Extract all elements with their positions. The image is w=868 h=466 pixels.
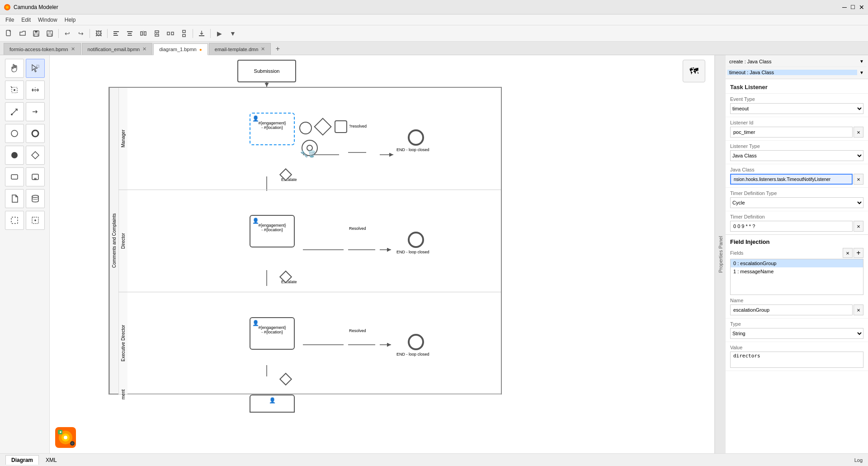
menu-file[interactable]: File bbox=[2, 16, 18, 24]
deploy-btn[interactable] bbox=[195, 27, 208, 40]
play-dropdown-btn[interactable]: ▼ bbox=[226, 27, 239, 40]
svg-rect-40 bbox=[11, 217, 18, 223]
add-tab-btn[interactable]: + bbox=[272, 43, 283, 55]
fields-header-row: Fields × + bbox=[726, 247, 868, 259]
fields-list[interactable]: 0 : escalationGroup 1 : messageName bbox=[730, 259, 863, 295]
tab-formio-close[interactable]: ✕ bbox=[71, 46, 75, 52]
close-btn[interactable]: ✕ bbox=[859, 4, 864, 11]
manager-gateway-2[interactable] bbox=[314, 118, 332, 136]
connect-tool[interactable] bbox=[26, 102, 45, 121]
header-dropdown-1[interactable]: ▼ bbox=[857, 57, 866, 66]
listener-type-select[interactable]: Java Class Expression Delegate Expressio… bbox=[730, 150, 863, 161]
tool-row-1 bbox=[5, 59, 45, 78]
field-value-input-row: directors bbox=[730, 352, 863, 368]
bottom-partial-task[interactable]: 👤 bbox=[250, 395, 295, 413]
hand-tool[interactable] bbox=[5, 59, 24, 78]
minimize-btn[interactable]: ─ bbox=[842, 4, 847, 11]
executive-task[interactable]: 👤 #{engagement}- #{location} bbox=[250, 317, 295, 350]
director-end-event[interactable] bbox=[408, 232, 424, 248]
manager-gateway-1[interactable] bbox=[299, 122, 312, 134]
tab-notification-close[interactable]: ✕ bbox=[142, 46, 146, 52]
director-resolved-label: Resolved bbox=[349, 226, 366, 231]
save-as-btn[interactable] bbox=[43, 27, 56, 40]
window-controls[interactable]: ─ ☐ ✕ bbox=[842, 4, 864, 11]
manager-task[interactable]: 👤 #{engagement}- #{location} bbox=[250, 113, 295, 145]
align-left-btn[interactable] bbox=[110, 27, 123, 40]
distribute-h-btn[interactable] bbox=[137, 27, 150, 40]
field-type-select[interactable]: String Expression bbox=[730, 328, 863, 339]
space-tool[interactable] bbox=[26, 81, 45, 100]
filled-circle-tool[interactable] bbox=[5, 146, 24, 165]
compress-h-btn[interactable] bbox=[164, 27, 177, 40]
sub-process-tool[interactable] bbox=[26, 167, 45, 186]
event-type-select[interactable]: timeout create assignment complete delet… bbox=[730, 103, 863, 114]
align-center-btn[interactable] bbox=[123, 27, 136, 40]
thick-circle-tool[interactable] bbox=[26, 124, 45, 143]
director-task[interactable]: 👤 #{engagement}- #{location} bbox=[250, 215, 295, 247]
field-name-clear[interactable]: × bbox=[854, 304, 863, 315]
tab-email-close[interactable]: ✕ bbox=[261, 46, 265, 52]
distribute-v-btn[interactable] bbox=[151, 27, 163, 40]
timer-def-type-select[interactable]: Cycle Date Duration bbox=[730, 197, 863, 208]
lasso-tool[interactable] bbox=[5, 81, 24, 100]
open-file-btn[interactable] bbox=[16, 27, 29, 40]
java-class-input[interactable] bbox=[730, 174, 853, 185]
listener-id-input[interactable] bbox=[730, 127, 853, 138]
java-class-clear[interactable]: × bbox=[854, 174, 863, 185]
tab-bar: formio-access-token.bpmn ✕ notification_… bbox=[0, 42, 868, 55]
menu-help[interactable]: Help bbox=[61, 16, 80, 24]
global-connect-tool[interactable] bbox=[5, 102, 24, 121]
lane-executive-content[interactable]: 👤 #{engagement}- #{location} Resolved EN… bbox=[127, 292, 501, 394]
data-store-tool[interactable] bbox=[26, 189, 45, 208]
menu-edit[interactable]: Edit bbox=[18, 16, 34, 24]
right-panel: Properties Panel create : Java Class ▼ t… bbox=[714, 55, 868, 453]
lane-executive: Executive Director 👤 #{engagement}- #{lo… bbox=[118, 292, 501, 395]
field-name-input[interactable] bbox=[730, 304, 853, 315]
tab-diagram[interactable]: diagram_1.bpmn ● bbox=[153, 43, 208, 55]
listener-id-clear[interactable]: × bbox=[854, 127, 863, 138]
executive-end-event[interactable] bbox=[408, 334, 424, 350]
svg-rect-13 bbox=[127, 31, 132, 32]
play-btn[interactable]: ▶ bbox=[213, 27, 226, 40]
timer-definition-input[interactable] bbox=[730, 221, 853, 232]
compress-v-btn[interactable] bbox=[178, 27, 190, 40]
xml-tab[interactable]: XML bbox=[40, 455, 63, 465]
executive-bottom-gateway[interactable] bbox=[279, 373, 292, 385]
header-dropdown-2[interactable]: ▼ bbox=[857, 68, 866, 77]
group-tool[interactable] bbox=[5, 211, 24, 230]
diamond-tool[interactable] bbox=[26, 146, 45, 165]
undo-btn[interactable]: ↩ bbox=[61, 27, 74, 40]
fields-remove-btn[interactable]: × bbox=[843, 248, 853, 258]
menu-window[interactable]: Window bbox=[34, 16, 61, 24]
lane-manager-content[interactable]: 👤 #{engagement}- #{location} 🔧🗑️ bbox=[127, 88, 501, 190]
tab-email[interactable]: email-template.dmn ✕ bbox=[209, 43, 271, 55]
listener-id-input-row: × bbox=[730, 127, 863, 138]
lane-director-content[interactable]: 👤 #{engagement}- #{location} Resolved EN… bbox=[127, 190, 501, 292]
circle-tool[interactable] bbox=[5, 124, 24, 143]
tab-notification[interactable]: notification_email.bpmn ✕ bbox=[82, 43, 153, 55]
select-tool[interactable] bbox=[26, 59, 45, 78]
tab-formio[interactable]: formio-access-token.bpmn ✕ bbox=[4, 43, 81, 55]
field-value-input[interactable]: directors bbox=[730, 352, 863, 368]
tab-email-label: email-template.dmn bbox=[215, 47, 259, 52]
data-object-tool[interactable] bbox=[5, 189, 24, 208]
insert-image-btn[interactable]: 🖼 bbox=[92, 27, 105, 40]
new-file-btn[interactable] bbox=[3, 27, 15, 40]
canvas[interactable]: Submission Comments and Complaints Manag… bbox=[50, 55, 714, 453]
timer-def-type-input-row: Cycle Date Duration bbox=[730, 197, 863, 208]
save-btn[interactable] bbox=[30, 27, 42, 40]
field-item-1[interactable]: 1 : messageName bbox=[731, 267, 863, 276]
expand-tool[interactable] bbox=[26, 211, 45, 230]
rect-tool[interactable] bbox=[5, 167, 24, 186]
timer-definition-clear[interactable]: × bbox=[854, 221, 863, 232]
svg-rect-11 bbox=[113, 33, 117, 34]
manager-end-event[interactable] bbox=[408, 129, 424, 146]
diagram-tab[interactable]: Diagram bbox=[5, 455, 39, 465]
manager-gateway-3[interactable] bbox=[335, 120, 347, 133]
redo-btn[interactable]: ↪ bbox=[75, 27, 87, 40]
event-type-field: Event Type timeout create assignment com… bbox=[726, 94, 868, 117]
field-item-0[interactable]: 0 : escalationGroup bbox=[731, 259, 863, 267]
maximize-btn[interactable]: ☐ bbox=[850, 4, 855, 10]
fields-add-btn[interactable]: + bbox=[854, 248, 863, 258]
minimap-btn[interactable]: 🗺 bbox=[683, 60, 705, 82]
